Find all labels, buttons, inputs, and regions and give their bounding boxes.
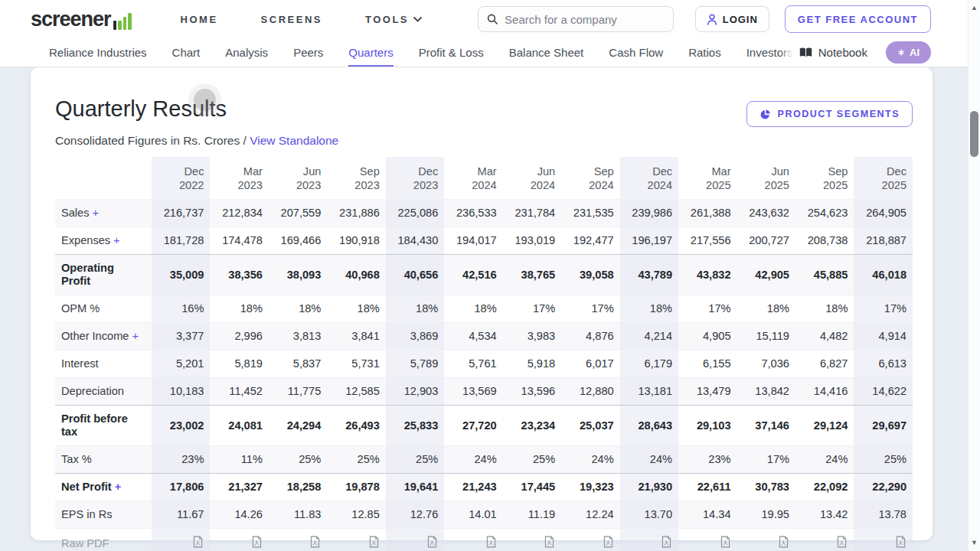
value-cell: 24%: [620, 446, 678, 474]
pdf-cell[interactable]: [210, 529, 268, 551]
expand-row-icon[interactable]: +: [115, 481, 122, 493]
pdf-icon[interactable]: [661, 536, 672, 548]
pdf-cell[interactable]: [269, 529, 327, 551]
value-cell: 18%: [444, 295, 502, 323]
value-cell: 236,533: [444, 200, 502, 227]
row-label: Interest: [55, 350, 152, 378]
pdf-cell[interactable]: [795, 529, 854, 551]
value-cell: 14.34: [678, 501, 737, 529]
value-cell: 4,914: [854, 323, 913, 350]
value-cell: 5,918: [503, 350, 561, 378]
tab-analysis[interactable]: Analysis: [225, 38, 268, 67]
tab-peers[interactable]: Peers: [293, 38, 323, 67]
pdf-icon[interactable]: [603, 536, 614, 548]
tab-chart[interactable]: Chart: [172, 38, 201, 67]
pdf-icon[interactable]: [485, 536, 497, 548]
value-cell: 6,179: [620, 350, 678, 378]
notebook-button[interactable]: Notebook: [799, 46, 867, 59]
value-cell: 5,731: [327, 350, 385, 378]
pdf-icon[interactable]: [192, 536, 204, 548]
row-label: EPS in Rs: [55, 501, 152, 529]
value-cell: 12.76: [386, 501, 444, 529]
ai-button[interactable]: ✶ AI: [886, 41, 931, 64]
product-segments-label: PRODUCT SEGMENTS: [778, 109, 900, 119]
nav-tools[interactable]: TOOLS: [365, 14, 422, 25]
value-cell: 22,092: [795, 474, 854, 501]
value-cell: 13,181: [620, 378, 678, 406]
value-cell: 5,837: [269, 350, 327, 378]
row-label: Profit before tax: [55, 406, 152, 446]
row-label[interactable]: Net Profit+: [55, 474, 152, 501]
value-cell: 24%: [444, 446, 502, 474]
column-header-dec-2024: Dec2024: [620, 157, 678, 200]
tab-profit-loss[interactable]: Profit & Loss: [419, 38, 484, 67]
expand-row-icon[interactable]: +: [113, 234, 120, 246]
value-cell: 11.19: [503, 501, 561, 529]
product-segments-button[interactable]: PRODUCT SEGMENTS: [746, 101, 913, 127]
pdf-icon[interactable]: [778, 536, 789, 548]
value-cell: 254,623: [795, 200, 854, 227]
pdf-icon[interactable]: [309, 536, 321, 548]
value-cell: 26,493: [327, 406, 385, 446]
pdf-cell[interactable]: [854, 529, 913, 551]
value-cell: 42,905: [737, 255, 795, 295]
row-label[interactable]: Other Income+: [55, 323, 152, 350]
value-cell: 169,466: [269, 227, 327, 255]
pdf-cell[interactable]: [503, 529, 561, 551]
expand-row-icon[interactable]: +: [132, 330, 139, 342]
chevron-down-icon: [413, 17, 422, 22]
value-cell: 25,037: [561, 406, 619, 446]
vertical-scrollbar[interactable]: ▲ ▼: [968, 0, 980, 551]
pdf-cell[interactable]: [561, 529, 619, 551]
view-standalone-link[interactable]: View Standalone: [250, 134, 338, 147]
get-free-account-button[interactable]: GET FREE ACCOUNT: [785, 5, 931, 33]
value-cell: 261,388: [678, 200, 737, 227]
scroll-down-icon[interactable]: ▼: [969, 540, 980, 546]
row-label[interactable]: Sales+: [55, 200, 152, 227]
pdf-icon[interactable]: [720, 536, 731, 548]
column-header-sep-2023: Sep2023: [327, 157, 385, 200]
pdf-icon[interactable]: [368, 536, 380, 548]
value-cell: 5,789: [386, 350, 444, 378]
book-icon: [799, 47, 812, 58]
nav-home[interactable]: HOME: [181, 14, 218, 25]
pdf-icon[interactable]: [544, 536, 555, 548]
tab-reliance-industries[interactable]: Reliance Industries: [49, 38, 147, 67]
pdf-cell[interactable]: [620, 529, 678, 551]
nav-screens[interactable]: SCREENS: [261, 14, 322, 25]
pdf-icon[interactable]: [836, 536, 848, 548]
scroll-up-icon[interactable]: ▲: [969, 5, 980, 11]
search-input[interactable]: [505, 13, 665, 26]
value-cell: 18%: [386, 295, 444, 323]
pdf-cell[interactable]: [737, 529, 795, 551]
screener-logo[interactable]: screener: [31, 9, 132, 30]
company-search[interactable]: [478, 6, 674, 32]
row-label[interactable]: Expenses+: [55, 227, 152, 255]
pdf-cell[interactable]: [152, 529, 210, 551]
column-header-sep-2024: Sep2024: [561, 157, 619, 200]
value-cell: 5,819: [210, 350, 268, 378]
pdf-icon[interactable]: [251, 536, 263, 548]
value-cell: 25%: [503, 446, 561, 474]
expand-row-icon[interactable]: +: [93, 207, 100, 219]
pdf-cell[interactable]: [386, 529, 444, 551]
pdf-icon[interactable]: [895, 536, 906, 548]
login-button[interactable]: LOGIN: [695, 6, 769, 32]
pdf-cell[interactable]: [327, 529, 385, 551]
value-cell: 38,356: [210, 255, 268, 295]
tab-cash-flow[interactable]: Cash Flow: [609, 38, 663, 67]
tab-balance-sheet[interactable]: Balance Sheet: [509, 38, 584, 67]
pdf-cell[interactable]: [678, 529, 737, 551]
pdf-cell[interactable]: [444, 529, 502, 551]
value-cell: 192,477: [561, 227, 619, 255]
row-label: Tax %: [55, 446, 152, 474]
tab-quarters[interactable]: Quarters: [348, 38, 393, 67]
value-cell: 30,783: [737, 474, 795, 501]
value-cell: 13,596: [503, 378, 561, 406]
value-cell: 29,124: [795, 406, 854, 446]
value-cell: 21,243: [444, 474, 502, 501]
tab-ratios[interactable]: Ratios: [688, 38, 721, 67]
scrollbar-thumb[interactable]: [970, 111, 978, 157]
pdf-icon[interactable]: [426, 536, 438, 548]
value-cell: 10,183: [152, 378, 210, 406]
